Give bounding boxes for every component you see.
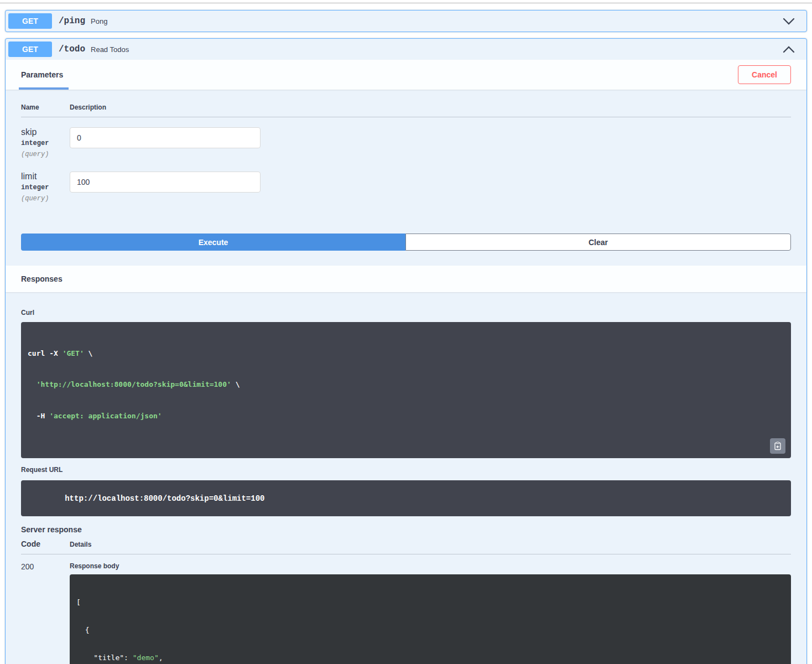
parameters-container: Name Description skip integer (query) li… xyxy=(6,90,806,266)
param-location: (query) xyxy=(21,151,70,158)
json-line: [ xyxy=(76,598,784,608)
json-key: "title": xyxy=(76,653,133,662)
chevron-down-icon[interactable] xyxy=(783,15,804,27)
curl-string: 'GET' xyxy=(63,349,84,357)
response-details-cell: Response body [ { "title": "demo", "desc… xyxy=(70,562,791,664)
clipboard-icon xyxy=(773,442,782,450)
json-line: "title": "demo", xyxy=(76,653,784,663)
param-row-limit: limit integer (query) xyxy=(21,172,791,206)
opblock-get-todo: GET /todo Read Todos Parameters Cancel N… xyxy=(5,38,807,664)
response-body-label: Response body xyxy=(70,562,791,570)
copy-to-clipboard-button[interactable] xyxy=(770,438,785,454)
endpoint-path: /ping xyxy=(52,16,91,26)
parameters-section-header: Parameters Cancel xyxy=(6,60,806,90)
json-punct: { xyxy=(76,626,89,634)
curl-label: Curl xyxy=(21,309,791,317)
responses-section-header: Responses xyxy=(6,266,806,292)
param-name-cell: skip integer (query) xyxy=(21,127,70,162)
opblock-summary-ping[interactable]: GET /ping Pong xyxy=(6,11,806,32)
param-description-cell xyxy=(70,127,261,162)
curl-command-block: curl -X 'GET' \ 'http://localhost:8000/t… xyxy=(21,322,791,458)
endpoint-summary-text: Read Todos xyxy=(91,45,129,54)
cancel-button[interactable]: Cancel xyxy=(738,65,791,84)
server-response-table-header: Code Details xyxy=(21,540,791,554)
request-url-value: http://localhost:8000/todo?skip=0&limit=… xyxy=(65,494,264,503)
curl-line: curl -X 'GET' \ xyxy=(28,349,784,359)
curl-line: -H 'accept: application/json' xyxy=(28,411,784,422)
request-url-label: Request URL xyxy=(21,466,791,474)
request-url-block: http://localhost:8000/todo?skip=0&limit=… xyxy=(21,480,791,516)
tab-active-underline xyxy=(19,87,69,90)
opblock-get-ping: GET /ping Pong xyxy=(5,10,807,32)
execute-wrapper: Execute Clear xyxy=(21,234,791,251)
server-response-row: 200 Response body [ { "title": "demo", "… xyxy=(21,554,791,664)
json-string: "demo" xyxy=(133,653,159,662)
tag-section-divider xyxy=(0,2,812,4)
chevron-up-icon[interactable] xyxy=(783,43,804,55)
curl-text: -H xyxy=(28,412,49,420)
name-column-header: Name xyxy=(21,103,70,111)
responses-title: Responses xyxy=(21,274,63,283)
json-punct: [ xyxy=(76,598,81,606)
parameters-table-header: Name Description xyxy=(21,103,791,117)
curl-string: 'accept: application/json' xyxy=(49,412,162,420)
response-body-block: [ { "title": "demo", "description": "it'… xyxy=(70,574,791,664)
response-status-code: 200 xyxy=(21,562,70,664)
param-description-cell xyxy=(70,172,261,206)
execute-button[interactable]: Execute xyxy=(21,234,405,251)
api-operations-list: GET /ping Pong GET /todo Read Todos Para… xyxy=(0,10,812,664)
method-badge-get: GET xyxy=(8,42,52,57)
param-row-skip: skip integer (query) xyxy=(21,127,791,162)
curl-text: \ xyxy=(231,380,240,388)
curl-string: 'http://localhost:8000/todo?skip=0&limit… xyxy=(28,380,231,388)
description-column-header: Description xyxy=(70,103,106,111)
code-column-header: Code xyxy=(21,540,70,548)
method-badge-get: GET xyxy=(8,13,52,29)
server-response-title: Server response xyxy=(21,525,791,534)
param-name: limit xyxy=(21,172,70,181)
opblock-summary-todo[interactable]: GET /todo Read Todos xyxy=(6,39,806,60)
limit-input[interactable] xyxy=(70,172,261,193)
param-type: integer xyxy=(21,139,70,147)
json-punct: , xyxy=(159,653,163,662)
param-name: skip xyxy=(21,127,70,137)
clear-button[interactable]: Clear xyxy=(405,234,791,251)
param-name-cell: limit integer (query) xyxy=(21,172,70,206)
skip-input[interactable] xyxy=(70,127,261,148)
param-type: integer xyxy=(21,184,70,191)
endpoint-path: /todo xyxy=(52,44,91,54)
json-line: { xyxy=(76,626,784,635)
endpoint-summary-text: Pong xyxy=(91,17,107,25)
curl-text: \ xyxy=(84,349,93,357)
details-column-header: Details xyxy=(70,541,91,548)
tab-parameters[interactable]: Parameters xyxy=(21,70,63,79)
curl-line: 'http://localhost:8000/todo?skip=0&limit… xyxy=(28,380,784,390)
responses-container: Curl curl -X 'GET' \ 'http://localhost:8… xyxy=(6,292,806,664)
param-location: (query) xyxy=(21,195,70,203)
curl-text: curl -X xyxy=(28,349,63,357)
